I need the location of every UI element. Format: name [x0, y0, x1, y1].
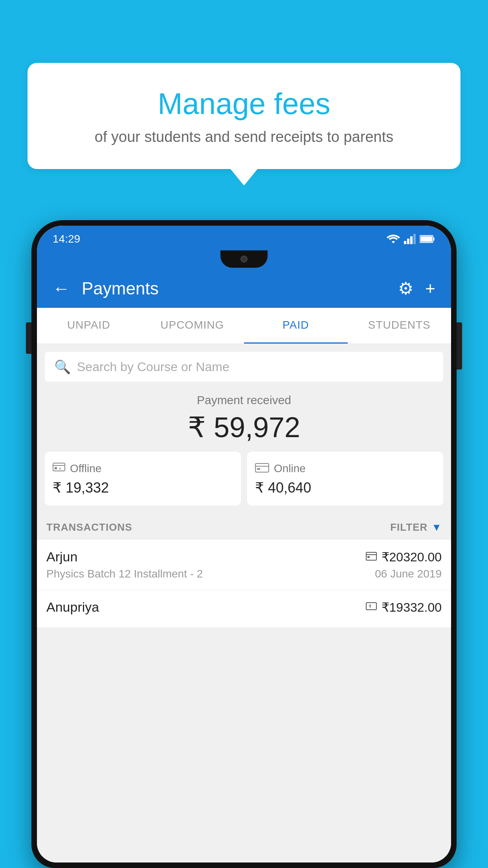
bubble-subtitle: of your students and send receipts to pa… [59, 129, 429, 145]
svg-rect-5 [433, 237, 435, 241]
transaction-right: ₹20320.00 [366, 550, 442, 565]
svg-rect-3 [413, 234, 416, 244]
svg-rect-2 [410, 236, 413, 244]
signal-icon [404, 234, 416, 244]
transaction-right: ₹ ₹19332.00 [366, 600, 442, 615]
svg-rect-16 [367, 556, 370, 558]
status-time: 14:29 [53, 233, 80, 245]
payment-received-section: Payment received ₹ 59,972 [37, 382, 451, 452]
camera [240, 256, 248, 263]
transaction-amount: ₹19332.00 [382, 600, 442, 615]
tab-paid[interactable]: PAID [244, 308, 348, 344]
svg-text:₹: ₹ [59, 467, 61, 471]
status-icons [387, 234, 435, 244]
online-amount: ₹ 40,640 [255, 480, 435, 496]
phone-screen: 14:29 [37, 226, 451, 862]
transactions-header: TRANSACTIONS FILTER ▼ [37, 513, 451, 540]
payment-type-icon [366, 551, 377, 563]
filter-icon: ▼ [431, 521, 442, 533]
transaction-row-top: Anupriya ₹ ₹19332.00 [46, 600, 442, 615]
search-icon: 🔍 [54, 359, 71, 375]
transaction-name: Anupriya [46, 600, 99, 615]
transaction-course: Physics Batch 12 Installment - 2 [46, 568, 203, 580]
payment-tabs: UNPAID UPCOMING PAID STUDENTS [37, 308, 451, 344]
offline-card-header: ₹ Offline [53, 461, 233, 476]
settings-icon[interactable]: ⚙ [398, 278, 413, 298]
transaction-date: 06 June 2019 [375, 568, 442, 580]
phone-outer: 14:29 [31, 220, 457, 868]
table-row[interactable]: Anupriya ₹ ₹19332.00 [37, 590, 451, 628]
filter-label: FILTER [390, 521, 427, 533]
transaction-list: Arjun ₹20320.00 [37, 540, 451, 628]
add-icon[interactable]: + [425, 279, 435, 298]
offline-payment-card: ₹ Offline ₹ 19,332 [45, 452, 241, 506]
online-label: Online [274, 462, 306, 475]
svg-rect-14 [366, 552, 376, 560]
offline-label: Offline [70, 462, 101, 475]
wifi-icon [387, 234, 400, 244]
status-bar: 14:29 [37, 226, 451, 249]
payment-type-icon: ₹ [366, 601, 377, 614]
transaction-row-bottom: Physics Batch 12 Installment - 2 06 June… [46, 568, 442, 580]
battery-icon [420, 235, 435, 243]
payment-cards: ₹ Offline ₹ 19,332 [37, 452, 451, 513]
content-area: 🔍 Search by Course or Name Payment recei… [37, 344, 451, 862]
svg-rect-0 [404, 241, 406, 244]
header-title: Payments [82, 279, 386, 298]
bubble-title: Manage fees [59, 86, 429, 121]
notch [220, 250, 268, 268]
payment-received-label: Payment received [45, 394, 443, 407]
offline-amount: ₹ 19,332 [53, 480, 233, 496]
transactions-label: TRANSACTIONS [46, 521, 132, 533]
tab-upcoming[interactable]: UPCOMING [141, 308, 244, 344]
search-placeholder: Search by Course or Name [77, 360, 229, 374]
header-actions: ⚙ + [398, 278, 435, 298]
transaction-row-top: Arjun ₹20320.00 [46, 549, 442, 565]
online-card-header: Online [255, 461, 435, 476]
svg-text:₹: ₹ [369, 604, 372, 609]
speech-bubble: Manage fees of your students and send re… [28, 63, 460, 169]
speech-bubble-container: Manage fees of your students and send re… [28, 63, 460, 169]
svg-rect-9 [55, 467, 57, 469]
svg-rect-13 [257, 468, 260, 470]
tab-unpaid[interactable]: UNPAID [37, 308, 141, 344]
filter-container[interactable]: FILTER ▼ [390, 521, 442, 533]
online-payment-card: Online ₹ 40,640 [247, 452, 443, 506]
app-header: ← Payments ⚙ + [37, 269, 451, 308]
transaction-name: Arjun [46, 549, 77, 565]
payment-total-amount: ₹ 59,972 [45, 411, 443, 444]
svg-rect-6 [420, 236, 432, 242]
svg-rect-11 [255, 463, 269, 472]
transaction-amount: ₹20320.00 [382, 550, 442, 565]
offline-icon: ₹ [53, 461, 65, 476]
search-bar[interactable]: 🔍 Search by Course or Name [45, 352, 443, 382]
online-icon [255, 461, 269, 476]
tab-students[interactable]: STUDENTS [348, 308, 451, 344]
back-button[interactable]: ← [53, 279, 70, 298]
phone-container: 14:29 [31, 220, 457, 868]
svg-rect-1 [407, 239, 409, 244]
table-row[interactable]: Arjun ₹20320.00 [37, 540, 451, 590]
notch-area [37, 249, 451, 269]
